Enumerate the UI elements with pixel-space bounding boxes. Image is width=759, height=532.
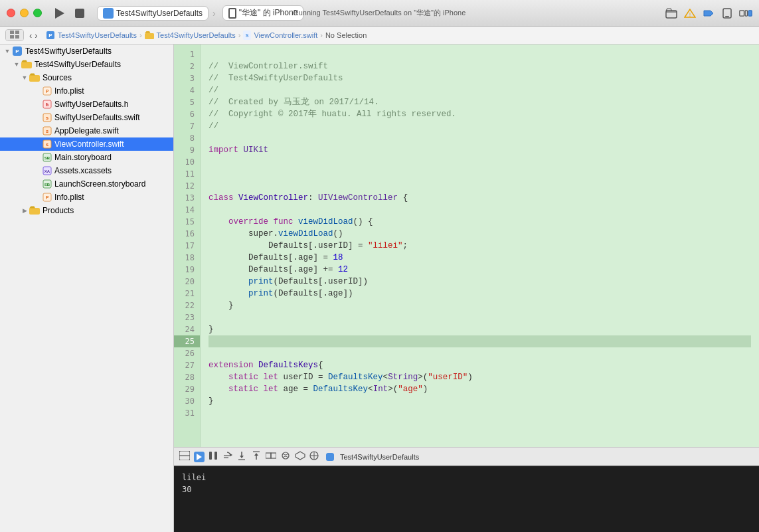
sidebar-item-infoplist2[interactable]: P Info.plist xyxy=(0,191,173,204)
ln-13: 13 xyxy=(174,192,200,204)
device-selector[interactable]: "华途" 的 iPhone xyxy=(222,5,304,21)
pause-button[interactable] xyxy=(209,451,218,462)
sidebar-item-appdelegate[interactable]: S AppDelegate.swift xyxy=(0,124,173,137)
ln-1: 1 xyxy=(174,48,200,60)
ln-24: 24 xyxy=(174,323,200,335)
svg-marker-51 xyxy=(254,453,258,456)
code-line-8 xyxy=(209,132,751,144)
run-button[interactable] xyxy=(52,5,68,21)
disclosure-root xyxy=(3,48,12,54)
breadcrumb-project[interactable]: Test4SwiftyUserDefaults xyxy=(58,31,137,39)
sidebar-item-group[interactable]: Test4SwiftyUserDefaults xyxy=(0,58,173,71)
ln-3: 3 xyxy=(174,72,200,84)
sidebar-item-infoplist[interactable]: P Info.plist xyxy=(0,84,173,98)
simulator-icon[interactable] xyxy=(720,7,734,20)
svg-rect-39 xyxy=(29,208,40,215)
folder-icon[interactable] xyxy=(665,7,678,20)
sidebar-item-mainstory[interactable]: SB Main.storyboard xyxy=(0,151,173,164)
project-icon: P xyxy=(46,31,55,40)
storyboard-icon: SB xyxy=(42,153,52,162)
scheme-icon xyxy=(103,8,114,19)
toolbar-controls: Test4SwiftyUserDefaults › "华途" 的 iPhone xyxy=(52,5,303,21)
sidebar-mainstory-label: Main.storyboard xyxy=(54,153,112,162)
minimize-button[interactable] xyxy=(20,9,29,17)
code-line-17: Defaults[.userID] = "lilei"; xyxy=(209,240,751,252)
code-editor[interactable]: 1 2 3 4 5 6 7 8 9 10 11 12 13 14 15 16 1… xyxy=(174,44,759,447)
svg-text:P: P xyxy=(46,89,49,94)
sidebar-item-swifth[interactable]: h SwiftyUserDefaults.h xyxy=(0,98,173,111)
svg-point-55 xyxy=(282,452,289,459)
breadcrumb-folder[interactable]: Test4SwiftyUserDefaults xyxy=(157,31,236,39)
continue-button[interactable] xyxy=(194,452,205,462)
svg-text:S: S xyxy=(246,33,249,38)
project-file-icon: P xyxy=(12,46,23,56)
sidebar-item-products[interactable]: Products xyxy=(0,204,173,217)
view-toggle-icon[interactable] xyxy=(739,7,752,20)
breakpoint-icon[interactable] xyxy=(702,7,715,20)
back-arrow[interactable]: ‹ xyxy=(29,31,32,41)
svg-text:S: S xyxy=(46,130,48,133)
breadcrumb: P Test4SwiftyUserDefaults › Test4SwiftyU… xyxy=(46,31,367,40)
ln-31: 31 xyxy=(174,407,200,419)
code-line-1 xyxy=(209,48,751,60)
svg-text:P: P xyxy=(15,48,19,54)
sidebar-item-assets[interactable]: XA Assets.xcassets xyxy=(0,164,173,177)
close-button[interactable] xyxy=(7,9,15,17)
step-out-button[interactable] xyxy=(251,451,262,462)
code-line-11 xyxy=(209,168,751,180)
code-line-2: // ViewController.swift xyxy=(209,60,751,72)
grid-view-btn[interactable] xyxy=(6,30,23,41)
sidebar-infoplist2-label: Info.plist xyxy=(54,193,84,202)
swift-icon: S xyxy=(42,113,52,122)
storyboard-launch-icon: SB xyxy=(42,179,52,189)
threads-button[interactable] xyxy=(280,451,291,462)
ln-4: 4 xyxy=(174,84,200,96)
ln-28: 28 xyxy=(174,371,200,383)
console-toggle-icon[interactable] xyxy=(179,451,190,462)
maximize-button[interactable] xyxy=(33,9,42,17)
step-into-button[interactable] xyxy=(236,451,247,462)
code-content[interactable]: // ViewController.swift // Test4SwiftyUs… xyxy=(201,44,759,447)
running-label: Running Test4SwiftyUserDefaults on "华途"的… xyxy=(294,8,466,18)
step-over-button[interactable] xyxy=(222,451,232,462)
console[interactable]: lilei 30 xyxy=(174,466,759,532)
code-line-6: // Copyright © 2017年 huatu. All rights r… xyxy=(209,108,751,120)
sidebar-item-sources[interactable]: Sources xyxy=(0,71,173,84)
code-line-22: } xyxy=(209,300,751,311)
ln-11: 11 xyxy=(174,168,200,180)
svg-rect-9 xyxy=(15,31,19,34)
svg-text:XA: XA xyxy=(44,169,50,173)
swift-appdelegate-icon: S xyxy=(42,126,52,135)
header-icon: h xyxy=(42,100,52,109)
svg-text:SB: SB xyxy=(44,156,50,160)
sidebar-group-label: Test4SwiftyUserDefaults xyxy=(35,60,121,69)
code-area: 1 2 3 4 5 6 7 8 9 10 11 12 13 14 15 16 1… xyxy=(174,44,759,532)
stop-button[interactable] xyxy=(72,5,88,21)
simulate-button[interactable] xyxy=(309,451,319,462)
code-line-26 xyxy=(209,347,751,359)
forward-arrow[interactable]: › xyxy=(35,31,37,41)
memory-button[interactable] xyxy=(295,451,305,462)
sidebar-item-launchscreen[interactable]: SB LaunchScreen.storyboard xyxy=(0,177,173,191)
ln-27: 27 xyxy=(174,359,200,371)
breadcrumb-file[interactable]: ViewController.swift xyxy=(254,31,317,39)
products-folder-icon xyxy=(29,206,40,215)
sidebar-item-swiftfile[interactable]: S SwiftyUserDefaults.swift xyxy=(0,111,173,124)
svg-rect-11 xyxy=(15,35,19,39)
sidebar-swifth-label: SwiftyUserDefaults.h xyxy=(54,100,128,109)
title-bar: Test4SwiftyUserDefaults › "华途" 的 iPhone … xyxy=(0,0,759,27)
ln-7: 7 xyxy=(174,120,200,132)
plist-icon: P xyxy=(42,86,52,96)
scheme-chevron: › xyxy=(212,8,216,19)
warning-icon[interactable]: ! xyxy=(683,7,697,20)
viewframes-button[interactable] xyxy=(266,451,276,462)
scheme-selector[interactable]: Test4SwiftyUserDefaults xyxy=(97,6,209,21)
sidebar-appdelegate-label: AppDelegate.swift xyxy=(54,126,119,135)
sidebar-item-viewcontroller[interactable]: S ViewController.swift xyxy=(0,137,173,151)
svg-text:P: P xyxy=(48,33,52,39)
code-line-25 xyxy=(209,335,751,347)
code-line-19: Defaults[.age] += 12 xyxy=(209,264,751,276)
sidebar-item-root[interactable]: P Test4SwiftyUserDefaults xyxy=(0,44,173,58)
ln-29: 29 xyxy=(174,383,200,395)
code-line-7: // xyxy=(209,120,751,132)
